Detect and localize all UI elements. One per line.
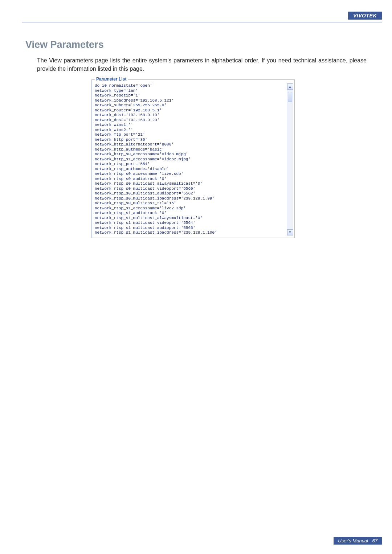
intro-paragraph: The View parameters page lists the entir… (25, 56, 367, 73)
scroll-down-button[interactable]: ▼ (287, 229, 293, 235)
parameter-text[interactable]: do_i0_normalstate='open' network_type='l… (95, 83, 287, 235)
parameter-list-panel: Parameter List do_i0_normalstate='open' … (91, 79, 295, 238)
header-divider (22, 22, 382, 22)
scroll-up-button[interactable]: ▲ (287, 83, 293, 90)
scroll-thumb[interactable] (288, 92, 292, 102)
brand-badge: VIVOTEK (348, 12, 382, 20)
panel-body: do_i0_normalstate='open' network_type='l… (95, 83, 293, 235)
footer-badge: User's Manual - 67 (334, 537, 382, 545)
scroll-track[interactable] (287, 90, 293, 229)
content-area: View Parameters The View parameters page… (25, 39, 367, 238)
scrollbar[interactable]: ▲ ▼ (287, 83, 293, 235)
page-title: View Parameters (25, 39, 367, 50)
panel-legend: Parameter List (95, 77, 128, 82)
